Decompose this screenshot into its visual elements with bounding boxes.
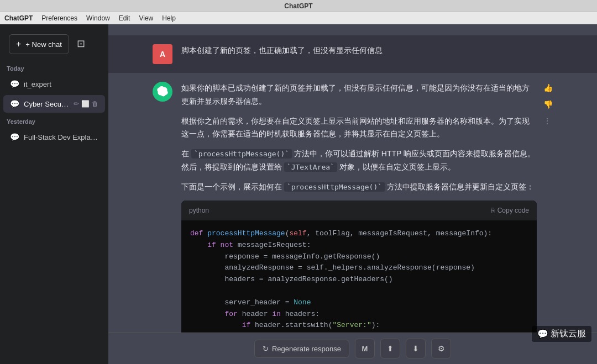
toolbar-action-upload[interactable]: ⬆: [380, 339, 400, 358]
chat-item-label: Cyber Security Spe…: [24, 100, 69, 108]
download-icon: ⬇: [412, 344, 419, 353]
chat-area: A 脚本创建了新的页签，也正确加载了，但没有显示任何信息 如果你的脚本已成功创建…: [108, 24, 597, 364]
inline-code-3: `processHttpMessage()`: [284, 182, 385, 192]
assistant-para-4: 下面是一个示例，展示如何在 `processHttpMessage()` 方法中…: [181, 181, 537, 194]
section-yesterday: Yesterday: [0, 114, 108, 127]
regenerate-label: Regenerate response: [272, 345, 341, 353]
chat-icon: 💬: [10, 80, 19, 88]
copy-icon: ⎘: [491, 207, 495, 214]
section-today: Today: [0, 61, 108, 74]
code-line: response = messageInfo.getResponse(): [190, 251, 528, 263]
settings-icon: ⚙: [438, 344, 445, 353]
ai-avatar: [153, 82, 172, 102]
chat-item-label: it_expert: [24, 80, 98, 88]
m-icon: M: [362, 345, 368, 353]
assistant-para-3: 在 `processHttpMessage()` 方法中，你可以通过解析 HTT…: [181, 147, 537, 174]
menubar: ChatGPT Preferences Window Edit View Hel…: [0, 12, 597, 24]
delete-icon[interactable]: 🗑: [92, 100, 98, 108]
watermark: 💬 新钛云服: [532, 326, 591, 342]
user-message: A 脚本创建了新的页签，也正确加载了，但没有显示任何信息: [108, 35, 597, 73]
menu-app-name: ChatGPT: [4, 14, 33, 22]
chat-icon: 💬: [10, 99, 19, 108]
sidebar-toggle-button[interactable]: ⊡: [77, 38, 85, 50]
code-line-blank: [190, 286, 528, 297]
new-chat-button[interactable]: + + New chat: [9, 34, 69, 54]
titlebar: ChatGPT: [0, 0, 597, 12]
more-options-icon[interactable]: ⋮: [543, 115, 553, 128]
code-line: analyzedResponse = self._helpers.analyze…: [190, 262, 528, 274]
sidebar: + + New chat ⊡ Today 💬 it_expert 💬 Cyber…: [0, 24, 108, 364]
thumbs-up-icon[interactable]: 👍: [543, 82, 553, 95]
code-line: headers = analyzedResponse.getHeaders(): [190, 274, 528, 286]
assistant-message-content: 如果你的脚本已成功创建了新的页签并加载了，但没有显示任何信息，可能是因为你没有在…: [181, 82, 553, 333]
assistant-para-1: 如果你的脚本已成功创建了新的页签并加载了，但没有显示任何信息，可能是因为你没有在…: [181, 82, 537, 108]
titlebar-label: ChatGPT: [284, 2, 312, 10]
menu-preferences[interactable]: Preferences: [41, 14, 77, 22]
code-language: python: [189, 205, 209, 216]
menu-edit[interactable]: Edit: [119, 14, 130, 22]
sidebar-item-cyber-security[interactable]: 💬 Cyber Security Spe… ✏ ⬜ 🗑: [3, 95, 105, 113]
assistant-para-2: 根据你之前的需求，你想要在自定义页签上显示当前网站的地址和应用服务器的名称和版本…: [181, 115, 537, 141]
share-icon[interactable]: ⬜: [81, 100, 90, 108]
code-content: def processHttpMessage(self, toolFlag, m…: [181, 220, 537, 333]
sidebar-item-fullstack-dev[interactable]: 💬 Full-Stack Dev Explanation: [3, 128, 105, 146]
messages-container: A 脚本创建了新的页签，也正确加载了，但没有显示任何信息 如果你的脚本已成功创建…: [108, 24, 597, 333]
plus-icon: +: [16, 39, 21, 49]
user-message-content: 脚本创建了新的页签，也正确加载了，但没有显示任何信息: [181, 44, 553, 64]
user-avatar: A: [153, 44, 172, 64]
inline-code-2: `JTextArea`: [284, 162, 337, 172]
code-line: if header.startswith("Server:"):: [190, 320, 528, 331]
toolbar-action-m[interactable]: M: [355, 339, 375, 358]
chat-item-label: Full-Stack Dev Explanation: [24, 133, 98, 141]
code-block: python ⎘ Copy code def processHttpMessag…: [181, 201, 537, 333]
wechat-icon: 💬: [537, 329, 548, 339]
sidebar-item-it-expert[interactable]: 💬 it_expert: [3, 75, 105, 93]
code-line: if not messageIsRequest:: [190, 240, 528, 251]
toolbar-action-settings[interactable]: ⚙: [431, 339, 451, 358]
toolbar-action-download[interactable]: ⬇: [406, 339, 426, 358]
edit-icon[interactable]: ✏: [74, 100, 79, 108]
menu-window[interactable]: Window: [86, 14, 110, 22]
code-line: for header in headers:: [190, 309, 528, 320]
copy-label: Copy code: [498, 207, 529, 214]
copy-code-button[interactable]: ⎘ Copy code: [491, 207, 529, 214]
code-header: python ⎘ Copy code: [181, 201, 537, 220]
new-chat-label: + New chat: [25, 40, 61, 49]
regenerate-button[interactable]: ↻ Regenerate response: [254, 340, 349, 358]
bottom-toolbar: ↻ Regenerate response M ⬆ ⬇ ⚙: [108, 333, 597, 364]
menu-help[interactable]: Help: [162, 14, 176, 22]
watermark-text: 新钛云服: [551, 328, 586, 340]
chat-item-actions: ✏ ⬜ 🗑: [74, 100, 98, 108]
code-line: def processHttpMessage(self, toolFlag, m…: [190, 228, 528, 240]
regenerate-icon: ↻: [263, 345, 269, 353]
menu-view[interactable]: View: [139, 14, 153, 22]
user-message-text: 脚本创建了新的页签，也正确加载了，但没有显示任何信息: [181, 44, 553, 57]
upload-icon: ⬆: [387, 344, 394, 353]
code-line: server_header = None: [190, 297, 528, 309]
assistant-message: 如果你的脚本已成功创建了新的页签并加载了，但没有显示任何信息，可能是因为你没有在…: [108, 73, 597, 333]
chat-icon: 💬: [10, 133, 19, 141]
inline-code-1: `processHttpMessage()`: [191, 149, 292, 159]
thumbs-down-icon[interactable]: 👎: [543, 98, 553, 112]
